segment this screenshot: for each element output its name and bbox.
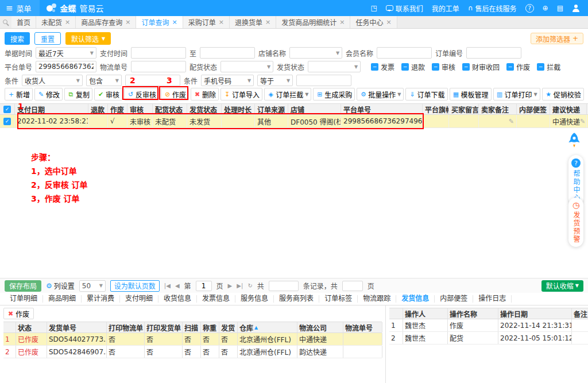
tab-order-query[interactable]: 订单查询× [136,16,183,28]
help-icon[interactable]: ? [525,4,534,13]
column-header[interactable]: 处理时长 [222,104,255,114]
column-header[interactable]: 物流单号 [343,322,382,332]
log-row[interactable]: 2 魏世杰 配货 2022-11-05 15:01:12 [389,332,588,345]
pay-time-end-input[interactable] [200,47,255,59]
tab-stock-query[interactable]: 商品库存查询× [76,16,136,28]
edit-icon[interactable]: ✎ [580,118,585,125]
toolbar-button-delete[interactable]: ✖删除 [191,88,219,100]
condition-value-input[interactable] [125,75,180,86]
tab-return-order[interactable]: 退换货单× [230,16,276,28]
tab-unallocated[interactable]: 未配货× [36,16,76,28]
default-filter-button[interactable]: 默认筛选 ▼ [65,32,111,45]
shipping-row[interactable]: 1 已作废 SDO544027773... 否 否 否 否 否 北京通州仓(FF… [3,333,382,346]
tab-purchase-order[interactable]: 采购订单× [183,16,230,28]
order-row[interactable]: ✓ 2022-11-02 23:58:21 √ 未审核 未配货 未发货 其他 D… [0,115,588,128]
platform-no-input[interactable] [36,61,96,72]
toolbar-button-void[interactable]: ⊘作废 [161,88,189,100]
column-header[interactable]: 订单来源 [255,104,288,114]
my-tickets-link[interactable]: 我的工单 [432,3,459,13]
column-header[interactable]: 打印物流单 [107,322,145,332]
shipping-warning-widget[interactable]: ◷ 发货预警 [568,198,583,247]
tab-home[interactable]: 首页 [11,16,36,28]
column-header[interactable]: 操作日期 [498,308,572,319]
row-checkbox[interactable]: ✓ [3,118,11,125]
detail-tab-payment-detail[interactable]: 支付明细 [120,295,158,303]
column-header[interactable]: 备注 [572,308,588,319]
column-header[interactable]: 支付日期 [15,104,88,114]
select-all-checkbox[interactable]: ✓ [3,106,11,113]
column-header[interactable]: 平台单号 [341,104,423,114]
column-header[interactable]: 买家留言 [449,104,479,114]
close-icon[interactable]: × [339,18,345,26]
void-shipping-button[interactable]: ✖作废 [3,308,34,319]
rocket-icon[interactable] [566,132,582,150]
column-header[interactable]: 作废 [108,104,127,114]
detail-tab-receiver-info[interactable]: 收货信息 [158,295,197,303]
condition-operator-select[interactable]: 包含▼ [86,75,122,86]
column-header[interactable]: 平台旗帜 [423,104,449,114]
dispatch-status-select[interactable]: ▼ [220,61,273,72]
first-page-button[interactable]: |◀ [164,283,171,289]
detail-tab-logistics-tracking[interactable]: 物流跟踪 [358,295,396,303]
checkbox-refund[interactable]: −退款 [401,62,425,72]
detail-tab-operation-log[interactable]: 操作日志 [473,295,512,303]
refresh-icon[interactable]: ↻ [247,283,252,289]
column-header[interactable]: 仓库▲ [238,322,297,332]
expand-icon[interactable]: ◳ [370,4,377,12]
checkbox-invoice[interactable]: −发票 [371,62,394,72]
close-icon[interactable]: × [386,18,391,26]
column-header[interactable]: 退款 [88,104,108,114]
column-header[interactable]: 配货状态 [153,104,187,114]
detail-tab-service-provider-list[interactable]: 服务商列表 [274,295,319,303]
detail-tab-shipping-info[interactable]: 发货信息 [396,295,435,303]
column-header[interactable]: 卖家备注 [479,104,517,114]
column-header[interactable]: 打印发货单 [145,322,183,332]
toolbar-button-copy[interactable]: ⧉复制 [64,88,92,100]
tab-shipped-goods-stats[interactable]: 发货商品明细统计× [276,16,350,28]
toolbar-button-add[interactable]: +新增 [5,88,33,100]
reset-button[interactable]: 重置 [34,32,61,45]
detail-tab-service-info[interactable]: 服务信息 [235,295,274,303]
logistics-no-input[interactable] [131,61,186,72]
column-header[interactable]: 店铺 [288,104,341,114]
toolbar-button-batch[interactable]: ⚙批量操作▼ [357,88,404,100]
column-header[interactable]: 扫描 [183,322,201,332]
shipping-row[interactable]: 2 已作废 SDO542846907... 否 否 否 否 否 北京通州仓(FF… [3,346,382,358]
checkbox-void[interactable]: −作废 [506,62,530,72]
column-settings-button[interactable]: ⚙列设置 [46,281,75,291]
pay-time-start-input[interactable] [131,47,186,59]
contact-us-link[interactable]: 联系我们 [386,3,423,13]
last-page-button[interactable]: ▶| [237,283,243,289]
add-filter-button[interactable]: 添加筛选器 + [531,33,583,44]
ship-status-select[interactable]: ▼ [308,61,361,72]
toolbar-button-generate-purchase[interactable]: ⊞生成采购 [313,88,355,100]
toolbar-button-edit[interactable]: ✎修改 [34,88,63,100]
column-header[interactable]: 操作名称 [448,308,498,319]
close-icon[interactable]: × [125,18,130,26]
set-default-pagesize-button[interactable]: 设为默认页数 [110,280,160,292]
close-icon[interactable]: × [65,18,70,26]
edit-icon[interactable]: ✎ [509,118,514,125]
search-button[interactable]: 搜索 [5,32,30,45]
toolbar-button-unaudit[interactable]: ↺反审核 [124,88,159,100]
globe-icon[interactable]: ⊕ [543,4,548,12]
shop-name-select[interactable]: ▼ [289,47,342,59]
column-header[interactable]: 发货单号 [47,322,107,332]
order-no-input[interactable] [466,47,521,59]
tab-task-center[interactable]: 任务中心× [350,16,397,28]
next-page-button[interactable]: ▶ [228,283,233,289]
condition-operator-select[interactable]: 等于▼ [257,75,293,86]
toolbar-button-intercept[interactable]: ◈订单拦截▼ [264,88,311,100]
condition-field-select[interactable]: 收货人▼ [22,75,83,86]
toolbar-button-audit[interactable]: ✔审核 [94,88,122,100]
sort-asc-icon[interactable]: ▲ [254,325,258,330]
total-records-input[interactable] [269,281,299,291]
close-icon[interactable]: × [219,18,224,26]
member-name-input[interactable] [377,47,432,59]
column-header[interactable]: 称重 [201,322,219,332]
toolbar-button-import[interactable]: ↧订单导入 [220,88,262,100]
column-header[interactable]: 发货 [219,322,238,332]
column-header[interactable]: 操作人 [403,308,448,319]
detail-tab-order-tags[interactable]: 订单标签 [319,295,358,303]
close-icon[interactable]: × [265,18,270,26]
